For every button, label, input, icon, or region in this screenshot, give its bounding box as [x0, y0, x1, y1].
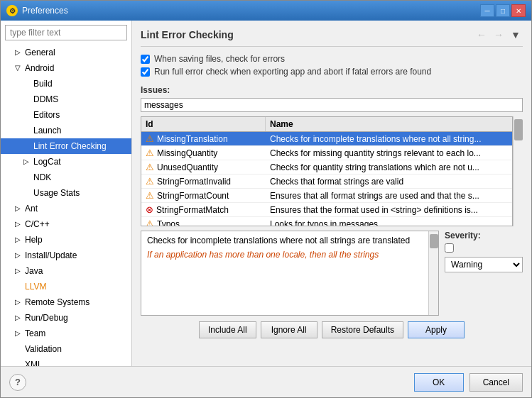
- sidebar-item-label: DDMS: [33, 93, 58, 106]
- col-name: Name: [266, 117, 512, 131]
- panel-nav-actions: ← → ▼: [474, 28, 523, 42]
- expand-arrow: ▷: [15, 233, 23, 246]
- sidebar-item-remote-systems[interactable]: ▷ Remote Systems: [1, 294, 131, 310]
- table-body: ⚠ MissingTranslation Checks for incomple…: [141, 132, 512, 226]
- sidebar-item-ndk[interactable]: NDK: [1, 170, 131, 185]
- lint-table: Id Name ⚠ MissingTranslation Checks for …: [141, 116, 513, 226]
- expand-arrow: ▷: [15, 265, 23, 277]
- sidebar-item-xml[interactable]: XML: [1, 357, 131, 366]
- main-panel: Lint Error Checking ← → ▼ When saving fi…: [132, 21, 531, 366]
- row-id: Typos: [157, 219, 180, 226]
- issues-label: Issues:: [141, 85, 523, 95]
- sidebar: ▷ General ▽ Android Build DDMS: [1, 21, 132, 366]
- sidebar-item-label: Team: [25, 327, 45, 340]
- restore-defaults-button[interactable]: Restore Defaults: [322, 321, 403, 338]
- sidebar-item-android[interactable]: ▽ Android: [1, 60, 131, 76]
- save-check-input[interactable]: [141, 55, 150, 64]
- sidebar-item-java[interactable]: ▷ Java: [1, 263, 131, 279]
- row-id: MissingQuantity: [157, 148, 217, 158]
- panel-title-bar: Lint Error Checking ← → ▼: [141, 28, 523, 47]
- sidebar-item-label: Build: [33, 77, 53, 90]
- sidebar-item-label: Editors: [33, 109, 60, 121]
- bottom-actions: OK Cancel: [414, 373, 523, 392]
- content-area: ▷ General ▽ Android Build DDMS: [1, 21, 531, 366]
- table-row[interactable]: ⚠ MissingQuantity Checks for missing qua…: [141, 146, 512, 160]
- ignore-all-button[interactable]: Ignore All: [261, 321, 317, 338]
- row-name-cell: Ensures that all format strings are used…: [266, 189, 512, 202]
- save-check-label: When saving files, check for errors: [154, 54, 285, 64]
- sidebar-item-label: General: [25, 46, 55, 59]
- sidebar-item-label: Launch: [33, 124, 61, 137]
- row-id-cell: ⚠ MissingTranslation: [141, 132, 266, 145]
- warn-icon: ⚠: [146, 148, 154, 158]
- desc-scrollbar-thumb: [430, 234, 438, 248]
- ok-button[interactable]: OK: [414, 373, 464, 392]
- app-icon: ⚙: [6, 5, 18, 16]
- expand-arrow: ▷: [23, 155, 32, 168]
- table-row[interactable]: ⊗ StringFormatMatch Ensures that the for…: [141, 203, 512, 217]
- sidebar-item-label: NDK: [33, 171, 51, 184]
- include-all-button[interactable]: Include All: [199, 321, 256, 338]
- warn-icon: ⚠: [146, 133, 154, 144]
- severity-checkbox-input[interactable]: [445, 243, 454, 253]
- sidebar-item-help[interactable]: ▷ Help: [1, 232, 131, 248]
- sidebar-item-run-debug[interactable]: ▷ Run/Debug: [1, 310, 131, 326]
- desc-scrollbar[interactable]: [428, 231, 438, 315]
- row-id: StringFormatInvalid: [157, 177, 231, 187]
- minimize-button[interactable]: ─: [480, 4, 494, 17]
- tree-container: ▷ General ▽ Android Build DDMS: [1, 45, 131, 366]
- table-row[interactable]: ⚠ Typos Looks for typos in messages: [141, 217, 512, 226]
- dropdown-button[interactable]: ▼: [509, 28, 523, 42]
- row-id: StringFormatMatch: [156, 205, 229, 215]
- maximize-button[interactable]: □: [496, 4, 510, 17]
- sidebar-item-cpp[interactable]: ▷ C/C++: [1, 216, 131, 232]
- row-id-cell: ⚠ Typos: [141, 217, 266, 226]
- sidebar-item-ddms[interactable]: DDMS: [1, 92, 131, 107]
- warn-icon: ⚠: [146, 219, 154, 226]
- help-button[interactable]: ?: [9, 374, 26, 391]
- row-name-cell: Checks for quantity string translations …: [266, 161, 512, 174]
- apply-button[interactable]: Apply: [408, 321, 465, 338]
- sidebar-item-llvm[interactable]: LLVM: [1, 279, 131, 294]
- sidebar-item-ant[interactable]: ▷ Ant: [1, 201, 131, 216]
- forward-button[interactable]: →: [492, 28, 506, 42]
- close-button[interactable]: ✕: [511, 4, 526, 17]
- filter-input[interactable]: [5, 25, 127, 40]
- sidebar-item-launch[interactable]: Launch: [1, 123, 131, 138]
- table-row[interactable]: ⚠ StringFormatInvalid Checks that format…: [141, 175, 512, 189]
- export-check-input[interactable]: [141, 67, 150, 77]
- description-sub: If an application has more than one loca…: [147, 250, 423, 260]
- sidebar-item-install-update[interactable]: ▷ Install/Update: [1, 248, 131, 263]
- table-row[interactable]: ⚠ MissingTranslation Checks for incomple…: [141, 132, 512, 146]
- sidebar-item-general[interactable]: ▷ General: [1, 45, 131, 60]
- sidebar-item-label: Run/Debug: [25, 311, 68, 324]
- row-id-cell: ⚠ StringFormatInvalid: [141, 175, 266, 188]
- back-button[interactable]: ←: [474, 28, 489, 42]
- row-id: MissingTranslation: [157, 134, 228, 144]
- severity-select[interactable]: Warning Error Info Ignore: [445, 257, 523, 272]
- action-buttons: Include All Ignore All Restore Defaults …: [141, 321, 523, 338]
- sidebar-item-editors[interactable]: Editors: [1, 107, 131, 123]
- expand-arrow: ▷: [15, 218, 23, 231]
- sidebar-item-logcat[interactable]: ▷ LogCat: [1, 154, 131, 170]
- table-row[interactable]: ⚠ StringFormatCount Ensures that all for…: [141, 189, 512, 203]
- sidebar-item-team[interactable]: ▷ Team: [1, 326, 131, 341]
- row-id-cell: ⚠ UnusedQuantity: [141, 160, 266, 174]
- expand-arrow: ▽: [15, 62, 23, 74]
- cancel-button[interactable]: Cancel: [469, 373, 523, 392]
- dialog-title: Preferences: [22, 6, 480, 16]
- expand-arrow: ▷: [15, 327, 23, 340]
- sidebar-item-validation[interactable]: Validation: [1, 341, 131, 357]
- row-id-cell: ⚠ MissingQuantity: [141, 146, 266, 160]
- sidebar-item-usage-stats[interactable]: Usage Stats: [1, 185, 131, 201]
- sidebar-item-label: Help: [25, 233, 43, 246]
- table-scrollbar[interactable]: [513, 116, 523, 226]
- sidebar-item-lint-error-checking[interactable]: Lint Error Checking: [1, 138, 131, 154]
- table-row[interactable]: ⚠ UnusedQuantity Checks for quantity str…: [141, 160, 512, 175]
- sidebar-item-build[interactable]: Build: [1, 76, 131, 92]
- issues-filter-input[interactable]: [141, 98, 523, 112]
- expand-arrow: ▷: [15, 311, 23, 324]
- preferences-dialog: ⚙ Preferences ─ □ ✕ ▷ General ▽ Android: [0, 0, 532, 398]
- expand-arrow: ▷: [15, 249, 23, 262]
- window-controls: ─ □ ✕: [480, 4, 526, 17]
